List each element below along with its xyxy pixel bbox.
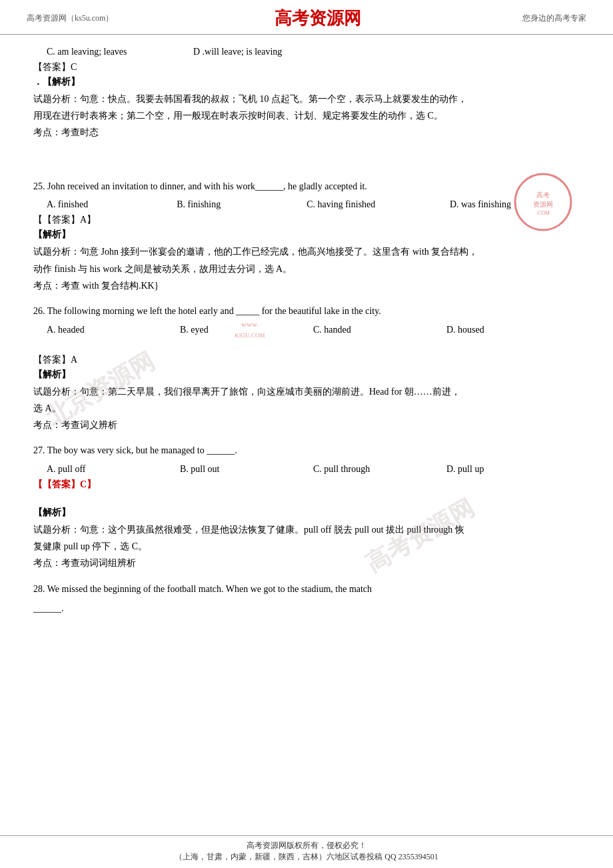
main-content: C. am leaving; leaves D .will leave; is … [0, 35, 613, 634]
q27-analysis: 【解析】 试题分析：句意：这个男孩虽然很难受，但是他设法恢复了健康。pull o… [33, 507, 580, 572]
q28-text2: ______. [33, 603, 64, 613]
q26-option-b: B. eyed [180, 325, 313, 335]
prev-analysis-text3: 考点：考查时态 [33, 124, 580, 141]
question-28: 28. We missed the beginning of the footb… [33, 581, 580, 597]
q27-option-b: B. pull out [180, 464, 313, 475]
question-28-cont: ______. [33, 601, 580, 617]
q26-analysis3: 考点：考查词义辨析 [33, 417, 580, 433]
header-logo-text: 高考资源网 [275, 7, 361, 30]
prev-analysis: ．【解析】 试题分析：句意：快点。我要去韩国看我的叔叔；飞机 10 点起飞。第一… [33, 76, 580, 141]
q26-answer: 【答案】A [33, 354, 580, 366]
q27-answer: 【【答案】C】 [33, 479, 580, 491]
q26-option-d: D. housed [446, 325, 580, 335]
question-26: 26. The following morning we left the ho… [33, 303, 580, 319]
footer-line2: （上海，甘肃，内蒙，新疆，陕西，吉林）六地区试卷投稿 QQ 2355394501 [0, 851, 613, 863]
q25-analysis-title: 【解析】 [33, 229, 580, 241]
q25-answer: 【【答案】A】 [33, 214, 580, 226]
q25-analysis: 【解析】 试题分析：句意 John 接到一张宴会的邀请，他的工作已经完成，他高兴… [33, 229, 580, 294]
q28-number: 28. [33, 584, 45, 594]
q27-number: 27. [33, 445, 45, 455]
q26-options: A. headed B. eyed C. handed D. housed [47, 325, 580, 335]
prev-analysis-text2: 用现在进行时表将来；第二个空，用一般现在时表示按时间表、计划、规定将要发生的动作… [33, 107, 580, 124]
q25-text: John received an invitation to dinner, a… [47, 181, 367, 191]
prev-question-options: C. am leaving; leaves D .will leave; is … [47, 47, 580, 57]
prev-answer-label: 【答案】C [33, 61, 580, 73]
prev-analysis-title: ．【解析】 [33, 76, 580, 88]
q25-option-d: D. was finishing [450, 199, 580, 210]
q26-option-c: C. handed [313, 325, 446, 335]
prev-option-c: C. am leaving; leaves [47, 47, 193, 57]
q26-option-a: A. headed [47, 325, 180, 335]
q27-analysis-title: 【解析】 [33, 507, 580, 519]
page-header: 高考资源网（ks5u.com） 高考资源网 您身边的高考专家 [0, 0, 613, 35]
prev-option-d: D .will leave; is leaving [193, 47, 326, 57]
footer-line1: 高考资源网版权所有，侵权必究！ [0, 840, 613, 851]
q27-analysis1: 试题分析：句意：这个男孩虽然很难受，但是他设法恢复了健康。pull off 脱去… [33, 521, 580, 538]
q27-analysis2: 复健康 pull up 停下，选 C。 [33, 538, 580, 555]
q25-option-a: A. finished [47, 199, 177, 210]
header-right-text: 您身边的高考专家 [522, 13, 586, 24]
q27-text: The boy was very sick, but he managed to… [47, 445, 237, 455]
q25-option-c: C. having finished [306, 199, 450, 210]
q28-text: We missed the beginning of the football … [47, 584, 372, 594]
q26-analysis-title: 【解析】 [33, 369, 580, 381]
q27-option-c: C. pull through [313, 464, 446, 475]
q25-option-b: B. finishing [177, 199, 306, 210]
q27-option-d: D. pull up [446, 464, 580, 475]
q26-text: The following morning we left the hotel … [47, 306, 381, 316]
prev-analysis-text1: 试题分析：句意：快点。我要去韩国看我的叔叔；飞机 10 点起飞。第一个空，表示马… [33, 91, 580, 107]
page-footer: 高考资源网版权所有，侵权必究！ （上海，甘肃，内蒙，新疆，陕西，吉林）六地区试卷… [0, 835, 613, 868]
header-left-text: 高考资源网（ks5u.com） [27, 13, 113, 24]
q27-option-a: A. pull off [47, 464, 180, 475]
q25-analysis3: 考点：考查 with 复合结构.KK} [33, 277, 580, 294]
q25-analysis2: 动作 finish 与 his work 之间是被动关系，故用过去分词，选 A。 [33, 261, 580, 277]
q25-analysis1: 试题分析：句意 John 接到一张宴会的邀请，他的工作已经完成，他高兴地接受了。… [33, 243, 580, 260]
q25-number: 25. [33, 181, 45, 191]
question-27: 27. The boy was very sick, but he manage… [33, 443, 580, 459]
q25-options: A. finished B. finishing C. having finis… [47, 199, 580, 210]
q26-analysis1: 试题分析：句意：第二天早晨，我们很早离开了旅馆，向这座城市美丽的湖前进。Head… [33, 383, 580, 400]
q26-number: 26. [33, 306, 45, 316]
q26-analysis2: 选 A。 [33, 400, 580, 417]
q27-options: A. pull off B. pull out C. pull through … [47, 464, 580, 475]
question-25: 25. John received an invitation to dinne… [33, 179, 580, 195]
q27-analysis3: 考点：考查动词词组辨析 [33, 555, 580, 571]
q26-analysis: 【解析】 试题分析：句意：第二天早晨，我们很早离开了旅馆，向这座城市美丽的湖前进… [33, 369, 580, 434]
